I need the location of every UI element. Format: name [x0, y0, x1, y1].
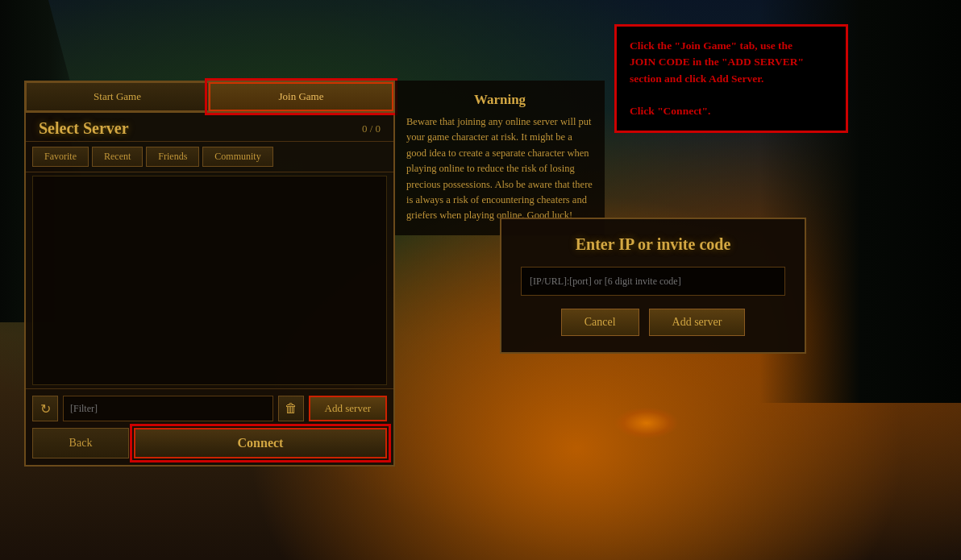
instruction-text-line2: JOIN CODE in the "ADD SERVER" [630, 56, 804, 68]
panel-title: Select Server [39, 119, 129, 138]
panel-title-row: Select Server 0 / 0 [26, 113, 393, 142]
instruction-text-line5: Click "Connect". [630, 105, 711, 117]
instruction-text-line1: Click the "Join Game" tab, use the [630, 39, 793, 52]
campfire-decoration [614, 407, 679, 439]
instruction-box: Click the "Join Game" tab, use the JOIN … [614, 24, 848, 133]
bottom-controls: ↻ 🗑 Add server [26, 388, 393, 428]
delete-button[interactable]: 🗑 [278, 396, 304, 421]
ip-dialog: Enter IP or invite code Cancel Add serve… [500, 218, 806, 354]
server-list [32, 176, 387, 385]
game-panel: Start Game Join Game Select Server 0 / 0… [24, 81, 395, 467]
join-game-tab[interactable]: Join Game [209, 82, 393, 111]
filter-input[interactable] [63, 396, 273, 421]
dialog-add-server-button[interactable]: Add server [649, 309, 746, 336]
ip-input[interactable] [521, 267, 785, 296]
back-button[interactable]: Back [32, 428, 129, 458]
start-game-tab[interactable]: Start Game [26, 82, 209, 111]
trash-icon: 🗑 [285, 401, 297, 416]
add-server-button[interactable]: Add server [309, 396, 387, 421]
instruction-text-line3: section and click Add Server. [630, 73, 763, 85]
main-tab-bar: Start Game Join Game [26, 82, 393, 113]
ip-dialog-title: Enter IP or invite code [521, 235, 785, 254]
filter-tab-recent[interactable]: Recent [92, 147, 143, 167]
warning-title: Warning [406, 92, 593, 108]
connect-row: Back Connect [26, 428, 393, 465]
refresh-icon: ↻ [40, 401, 51, 417]
refresh-button[interactable]: ↻ [32, 396, 58, 421]
filter-tab-community[interactable]: Community [202, 147, 272, 167]
connect-button[interactable]: Connect [134, 428, 387, 458]
server-count: 0 / 0 [362, 122, 381, 135]
filter-tab-friends[interactable]: Friends [146, 147, 199, 167]
warning-text: Beware that joining any online server wi… [406, 114, 593, 224]
filter-tab-favorite[interactable]: Favorite [32, 147, 89, 167]
dialog-buttons: Cancel Add server [521, 309, 785, 336]
cancel-button[interactable]: Cancel [561, 309, 639, 336]
warning-box: Warning Beware that joining any online s… [395, 81, 605, 235]
filter-tab-bar: Favorite Recent Friends Community [26, 142, 393, 172]
